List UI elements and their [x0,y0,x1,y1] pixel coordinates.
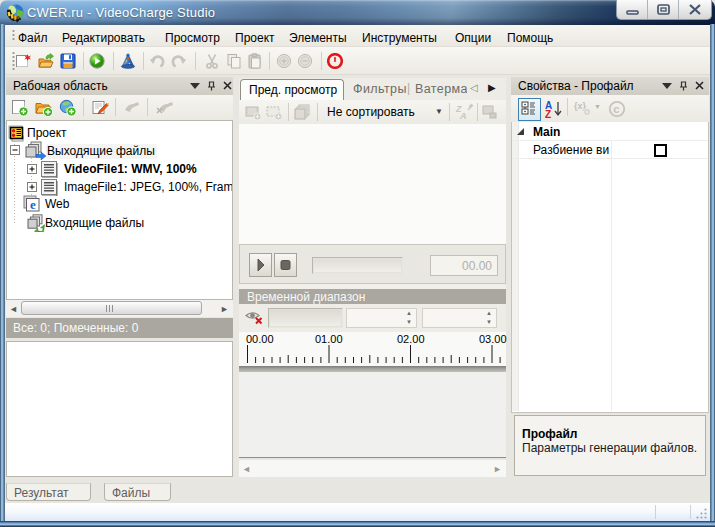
svg-text:c: c [613,103,619,115]
svg-text:Z: Z [545,109,551,120]
svg-text:A: A [459,111,467,121]
svg-text:e: e [30,197,36,212]
